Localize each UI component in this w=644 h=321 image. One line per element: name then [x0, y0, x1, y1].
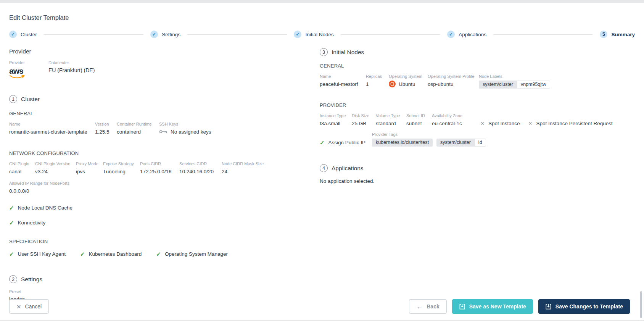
field-node-name-value: peaceful-mestorf [320, 81, 366, 87]
field-cni-plugin-value: canal [9, 168, 35, 175]
check-operating-system-manager: ✓ Operating System Manager [156, 251, 228, 257]
field-os-profile-label: Operating System Profile [428, 74, 479, 79]
check-icon: ✓ [156, 251, 161, 257]
section-settings-title: Settings [21, 276, 42, 283]
section-applications-title: Applications [332, 165, 364, 172]
field-provider-label: Provider [9, 60, 48, 65]
field-allowed-ip-range-value: 0.0.0.0/0 [9, 187, 69, 194]
unchecked-spot-instance: ✕ Spot Instance [480, 121, 520, 127]
step-done-check-icon: ✓ [150, 31, 158, 38]
stepper-step-settings[interactable]: ✓ Settings [150, 31, 180, 38]
step-number-badge: 5 [600, 31, 607, 38]
field-subnet-id-value: subnet [406, 120, 432, 127]
field-cni-plugin-version-value: v3.24 [35, 168, 76, 175]
section-initial-nodes-title: Initial Nodes [332, 49, 364, 56]
unchecked-spot-persistent: ✕ Spot Instance Persistent Request [528, 121, 612, 127]
field-services-cidr-label: Services CIDR [179, 161, 222, 166]
field-operating-system-value: Ubuntu [399, 81, 415, 87]
field-cluster-name-value: romantic-sammet-cluster-template [9, 128, 95, 135]
stepper-step-summary[interactable]: 5 Summary [600, 31, 635, 38]
cancel-button[interactable]: ✕ Cancel [9, 299, 49, 314]
field-pods-cidr-label: Pods CIDR [140, 161, 179, 166]
back-button[interactable]: ← Back [409, 299, 446, 314]
field-cluster-name-label: Name [9, 122, 95, 126]
scrollbar-thumb[interactable] [640, 291, 642, 318]
field-expose-strategy-label: Expose Strategy [103, 161, 140, 166]
field-node-cidr-mask-value: 24 [222, 168, 264, 175]
field-node-cidr-mask-label: Node CIDR Mask Size [222, 161, 264, 166]
field-proxy-mode-label: Proxy Mode [76, 161, 103, 166]
node-label-value: vnpm95qjtw [517, 81, 550, 89]
node-label-chip: system/cluster vnpm95qjtw [479, 81, 550, 89]
field-cluster-name: Name romantic-sammet-cluster-template [9, 122, 95, 135]
aws-logo-text: aws [9, 66, 23, 75]
step-done-check-icon: ✓ [9, 31, 17, 38]
check-kubernetes-dashboard-label: Kubernetes Dashboard [89, 251, 142, 257]
field-subnet-id: Subnet ID subnet [406, 113, 432, 127]
step-label-applications: Applications [459, 32, 486, 37]
nodes-provider-row-2: ✓ Assign Public IP Provider Tags kuberne… [320, 132, 635, 147]
nodes-provider-subheading: PROVIDER [320, 102, 635, 108]
wizard-footer: ✕ Cancel ← Back Save as New Template [9, 299, 630, 314]
network-config-row: CNI Plugin canal CNI Plugin Version v3.2… [9, 161, 320, 175]
field-instance-type: Instance Type t3a.small [320, 113, 352, 127]
field-allowed-ip-range: Allowed IP Range for NodePorts 0.0.0.0/0 [9, 181, 69, 194]
ubuntu-logo-icon [389, 81, 396, 87]
check-icon: ✓ [9, 220, 14, 226]
field-cni-plugin: CNI Plugin canal [9, 161, 35, 175]
specification-subheading: SPECIFICATION [9, 239, 320, 244]
section-number-badge: 2 [9, 275, 17, 283]
section-number-badge: 1 [9, 95, 17, 103]
check-icon: ✓ [9, 251, 14, 257]
summary-right-column: 3 Initial Nodes GENERAL Name peaceful-me… [320, 38, 635, 184]
stepper-connector [341, 34, 440, 35]
field-cni-plugin-label: CNI Plugin [9, 161, 35, 166]
field-volume-type-value: standard [376, 120, 406, 127]
field-ssh-keys-label: SSH Keys [159, 122, 211, 126]
key-icon [159, 129, 167, 134]
save-as-new-template-button[interactable]: Save as New Template [452, 299, 533, 314]
field-container-runtime-value: containerd [117, 128, 159, 135]
field-instance-type-label: Instance Type [320, 113, 352, 118]
node-label-key: system/cluster [479, 81, 517, 89]
step-label-cluster: Cluster [21, 32, 37, 37]
aws-logo-icon: aws [9, 68, 25, 79]
field-expose-strategy-value: Tunneling [103, 168, 140, 175]
nodes-provider-row: Instance Type t3a.small Disk Size 25 GB … [320, 113, 635, 127]
back-button-label: Back [427, 303, 439, 310]
field-replicas-label: Replicas [366, 74, 389, 79]
specification-row: ✓ User SSH Key Agent ✓ Kubernetes Dashbo… [9, 251, 320, 257]
aws-smile-icon [9, 75, 25, 79]
section-provider-title: Provider [9, 48, 31, 55]
stepper-step-applications[interactable]: ✓ Applications [447, 31, 486, 38]
check-assign-public-ip: ✓ Assign Public IP [320, 140, 372, 147]
wizard-stepper: ✓ Cluster ✓ Settings ✓ Initial Nodes ✓ A… [9, 31, 635, 38]
page-title: Edit Cluster Template [9, 14, 635, 21]
field-proxy-mode: Proxy Mode ipvs [76, 161, 103, 175]
unchecked-spot-persistent-label: Spot Instance Persistent Request [536, 121, 612, 126]
stepper-connector [44, 34, 143, 35]
summary-columns: Provider Provider aws [9, 38, 635, 303]
field-os-profile: Operating System Profile osp-ubuntu [428, 74, 479, 87]
save-changes-to-template-label: Save Changes to Template [555, 303, 623, 310]
field-volume-type: Volume Type standard [376, 113, 406, 127]
field-pods-cidr-value: 172.25.0.0/16 [140, 168, 179, 175]
save-changes-to-template-button[interactable]: Save Changes to Template [538, 299, 630, 314]
provider-fields-row: Provider aws Datacenter EU (Frankfur [9, 60, 320, 79]
summary-left-column: Provider Provider aws [9, 38, 320, 303]
stepper-step-initial-nodes[interactable]: ✓ Initial Nodes [294, 31, 333, 38]
section-provider-header: Provider [9, 48, 320, 55]
field-replicas: Replicas 1 [366, 74, 389, 87]
stepper-connector [493, 34, 593, 35]
field-cluster-version: Version 1.25.5 [95, 122, 117, 135]
cluster-general-subheading: GENERAL [9, 111, 320, 116]
field-ssh-keys: SSH Keys No assigned keys [159, 122, 211, 135]
close-icon: ✕ [16, 304, 21, 310]
field-availability-zone-value: eu-central-1c [432, 120, 476, 127]
field-node-cidr-mask: Node CIDR Mask Size 24 [222, 161, 264, 175]
field-node-name: Name peaceful-mestorf [320, 74, 366, 87]
stepper-step-cluster[interactable]: ✓ Cluster [9, 31, 37, 38]
check-kubernetes-dashboard: ✓ Kubernetes Dashboard [80, 251, 142, 257]
check-icon: ✓ [320, 140, 325, 145]
step-done-check-icon: ✓ [447, 31, 455, 38]
